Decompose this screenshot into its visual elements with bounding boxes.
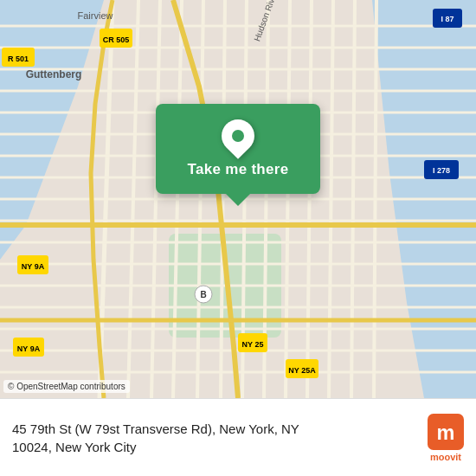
svg-text:R 501: R 501: [8, 55, 29, 63]
svg-text:Guttenberg: Guttenberg: [26, 68, 82, 80]
moovit-logo: m moovit: [428, 414, 464, 462]
map-container: NY 9A NY 9A NY 25 NY 25A I 87 I 278 CR 5…: [0, 0, 476, 398]
svg-text:B: B: [200, 290, 206, 299]
address-text: 45 79th St (W 79st Transverse Rd), New Y…: [12, 420, 415, 456]
address-line1: 45 79th St (W 79st Transverse Rd), New Y…: [12, 420, 415, 438]
svg-text:I 278: I 278: [433, 166, 450, 175]
address-line2: 10024, New York City: [12, 438, 415, 456]
osm-attribution: © OpenStreetMap contributors: [3, 380, 130, 393]
take-me-there-button[interactable]: Take me there: [188, 161, 289, 178]
moovit-label: moovit: [430, 452, 461, 462]
moovit-logo-icon: m: [428, 414, 464, 450]
svg-text:CR 505: CR 505: [103, 35, 130, 44]
popup-card: Take me there: [156, 104, 320, 194]
svg-text:NY 25A: NY 25A: [288, 366, 316, 375]
svg-text:NY 9A: NY 9A: [17, 344, 41, 353]
location-pin-icon: [215, 113, 261, 159]
svg-text:I 87: I 87: [441, 15, 453, 23]
svg-text:Fairview: Fairview: [78, 10, 113, 21]
svg-text:m: m: [437, 421, 455, 444]
pin-inner: [232, 130, 244, 142]
svg-text:NY 9A: NY 9A: [22, 262, 45, 271]
bottom-bar: 45 79th St (W 79st Transverse Rd), New Y…: [0, 398, 476, 476]
svg-text:NY 25: NY 25: [242, 340, 264, 349]
